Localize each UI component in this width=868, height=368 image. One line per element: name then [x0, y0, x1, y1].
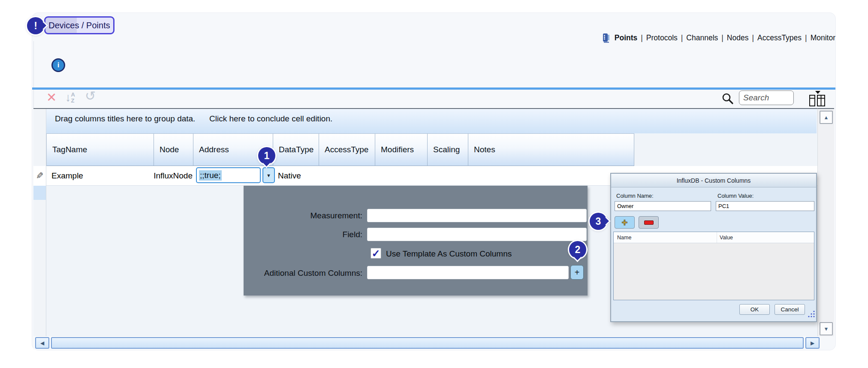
column-header-accesstype[interactable]: AccessType — [319, 133, 375, 166]
search-input[interactable] — [739, 90, 794, 105]
address-editor-input[interactable]: ;;true; — [196, 167, 261, 183]
resize-grip[interactable] — [807, 310, 816, 318]
dialog-add-button[interactable]: + — [615, 216, 635, 229]
triangle-up-icon: ▲ — [824, 115, 829, 121]
cell-datatype[interactable]: Native — [278, 166, 301, 186]
pencil-icon: ✎ — [36, 171, 44, 181]
sort-letter-a: A — [71, 92, 75, 98]
delete-row-button[interactable]: ✕ — [46, 91, 57, 104]
nav-item-points[interactable]: Points — [615, 33, 637, 42]
vertical-scrollbar-track[interactable] — [817, 108, 834, 336]
cell-node[interactable]: InfluxNode — [154, 166, 193, 186]
nav-separator: | — [641, 33, 643, 42]
callout-step-1: 1 — [258, 147, 275, 164]
callout-step-3: 3 — [590, 213, 607, 230]
additional-columns-label: Aditional Custom Columns: — [214, 268, 362, 278]
list-header: Name Value — [614, 232, 814, 243]
row-edit-indicator[interactable]: ✎ — [33, 166, 46, 186]
column-value-label: Column Value: — [717, 193, 753, 199]
cell-tagname[interactable]: Example — [51, 166, 83, 186]
list-header-name: Name — [614, 232, 717, 243]
column-header-datatype[interactable]: DataType — [273, 133, 319, 166]
minus-icon — [644, 220, 654, 225]
column-name-field[interactable] — [615, 201, 711, 211]
sort-az-icon: A Z — [71, 92, 75, 103]
panel-left-border — [33, 41, 34, 109]
column-name-label: Column Name: — [616, 193, 654, 199]
page-title-label: Devices / Points — [48, 21, 110, 30]
column-header-modifiers[interactable]: Modifiers — [375, 133, 428, 166]
address-selected-text: ;;true; — [199, 170, 222, 181]
nav-item-accesstypes[interactable]: AccessTypes — [757, 33, 802, 42]
list-header-value: Value — [717, 232, 814, 243]
warning-callout-badge: ! — [27, 17, 44, 34]
scroll-up-button[interactable]: ▲ — [820, 111, 833, 124]
column-header-scaling[interactable]: Scaling — [428, 133, 468, 166]
nav-separator: | — [681, 33, 683, 42]
use-template-label: Use Template As Custom Columns — [386, 249, 512, 259]
field-label: Field: — [249, 230, 362, 239]
history-button[interactable]: ↺ — [85, 90, 96, 103]
nav-item-monitor[interactable]: Monitor — [811, 33, 835, 42]
triangle-down-icon: ▼ — [824, 326, 829, 332]
plus-icon: + — [575, 268, 580, 278]
screen: Devices / Points ! i Points | Protocols … — [0, 0, 868, 368]
column-header-tagname[interactable]: TagName — [46, 133, 154, 166]
new-row-indicator[interactable] — [33, 186, 46, 200]
info-icon[interactable]: i — [51, 58, 65, 72]
page-title[interactable]: Devices / Points — [44, 16, 115, 34]
nav-item-channels[interactable]: Channels — [686, 33, 718, 42]
conclude-edit-hint[interactable]: Click here to conclude cell edition. — [209, 114, 332, 124]
scroll-right-button[interactable]: ▶ — [805, 337, 820, 349]
nav-separator: | — [752, 33, 754, 42]
nav-item-protocols[interactable]: Protocols — [646, 33, 678, 42]
custom-columns-list[interactable]: Name Value — [613, 232, 814, 300]
module-nav: Points | Protocols | Channels | Nodes | … — [602, 33, 835, 43]
use-template-checkbox[interactable]: ✓ — [371, 248, 381, 259]
sort-button[interactable]: ↓ A Z — [65, 92, 75, 103]
nav-separator: | — [805, 33, 807, 42]
warning-callout-label: ! — [34, 20, 37, 32]
scroll-down-button[interactable]: ▼ — [820, 322, 833, 335]
triangle-left-icon: ◀ — [40, 340, 44, 346]
dialog-title-bar[interactable]: InfluxDB - Custom Columns — [611, 174, 816, 187]
field-field[interactable] — [367, 228, 587, 241]
dialog-remove-button[interactable] — [639, 216, 659, 229]
callout-step-2: 2 — [569, 241, 586, 258]
measurement-label: Measurement: — [249, 211, 362, 220]
info-icon-glyph: i — [57, 61, 60, 69]
nav-item-nodes[interactable]: Nodes — [727, 33, 749, 42]
column-header-node[interactable]: Node — [154, 133, 193, 166]
sort-arrow-icon: ↓ — [65, 92, 71, 103]
additional-columns-field[interactable] — [367, 266, 569, 279]
sort-letter-z: Z — [71, 98, 75, 104]
callout-3-label: 3 — [596, 216, 601, 227]
measurement-field[interactable] — [367, 209, 587, 222]
ok-button[interactable]: OK — [739, 304, 770, 315]
points-module-icon — [602, 33, 611, 43]
column-value-field[interactable] — [716, 201, 814, 211]
column-header-notes[interactable]: Notes — [468, 133, 634, 166]
scroll-left-button[interactable]: ◀ — [35, 337, 49, 349]
search-icon — [722, 93, 734, 105]
column-chooser-button[interactable] — [807, 90, 827, 108]
chevron-down-icon: ▼ — [266, 173, 271, 178]
nav-separator: | — [721, 33, 723, 42]
additional-columns-add-button[interactable]: + — [570, 265, 584, 280]
row-header-column — [33, 109, 46, 336]
horizontal-scrollbar-thumb[interactable] — [51, 337, 804, 349]
cancel-button[interactable]: Cancel — [775, 304, 805, 315]
address-dropdown-button[interactable]: ▼ — [262, 167, 275, 183]
dialog-title: InfluxDB - Custom Columns — [677, 177, 751, 184]
delete-icon: ✕ — [46, 90, 57, 104]
accent-divider — [32, 87, 835, 90]
history-icon: ↺ — [85, 89, 96, 103]
group-by-hint: Drag columns titles here to group data. — [55, 114, 195, 124]
triangle-right-icon: ▶ — [811, 340, 814, 346]
